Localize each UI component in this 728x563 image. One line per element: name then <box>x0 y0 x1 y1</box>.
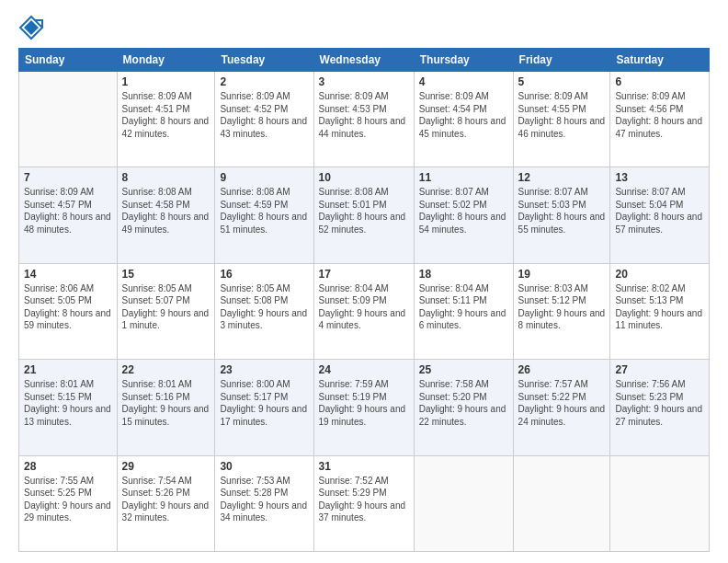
day-info: Sunrise: 8:09 AMSunset: 4:54 PMDaylight:… <box>419 90 508 140</box>
day-header-tuesday: Tuesday <box>215 49 313 72</box>
day-info: Sunrise: 7:57 AMSunset: 5:22 PMDaylight:… <box>518 378 606 428</box>
day-info: Sunrise: 8:04 AMSunset: 5:09 PMDaylight:… <box>319 282 409 332</box>
day-info: Sunrise: 8:09 AMSunset: 4:56 PMDaylight:… <box>615 90 704 140</box>
day-header-sunday: Sunday <box>19 49 118 72</box>
day-number: 13 <box>615 171 704 184</box>
day-cell <box>513 455 610 551</box>
day-cell: 3Sunrise: 8:09 AMSunset: 4:53 PMDaylight… <box>313 72 414 167</box>
day-cell: 14Sunrise: 8:06 AMSunset: 5:05 PMDayligh… <box>19 263 118 359</box>
day-number: 17 <box>319 268 409 281</box>
day-cell: 10Sunrise: 8:08 AMSunset: 5:01 PMDayligh… <box>313 167 414 263</box>
day-cell <box>19 72 118 167</box>
day-cell <box>414 455 513 551</box>
day-header-monday: Monday <box>117 49 215 72</box>
day-info: Sunrise: 7:56 AMSunset: 5:23 PMDaylight:… <box>615 378 704 428</box>
day-number: 1 <box>122 75 210 88</box>
day-cell: 24Sunrise: 7:59 AMSunset: 5:19 PMDayligh… <box>313 360 414 455</box>
day-info: Sunrise: 7:58 AMSunset: 5:20 PMDaylight:… <box>419 378 508 428</box>
day-info: Sunrise: 8:09 AMSunset: 4:51 PMDaylight:… <box>122 90 210 140</box>
day-cell: 19Sunrise: 8:03 AMSunset: 5:12 PMDayligh… <box>513 263 610 359</box>
day-cell: 1Sunrise: 8:09 AMSunset: 4:51 PMDaylight… <box>117 72 215 167</box>
day-cell: 7Sunrise: 8:09 AMSunset: 4:57 PMDaylight… <box>19 167 118 263</box>
day-info: Sunrise: 7:54 AMSunset: 5:26 PMDaylight:… <box>122 475 210 524</box>
day-cell: 8Sunrise: 8:08 AMSunset: 4:58 PMDaylight… <box>117 167 215 263</box>
day-cell: 27Sunrise: 7:56 AMSunset: 5:23 PMDayligh… <box>610 360 710 455</box>
day-number: 18 <box>419 268 508 281</box>
day-header-friday: Friday <box>513 49 610 72</box>
calendar-table: SundayMondayTuesdayWednesdayThursdayFrid… <box>18 48 710 552</box>
day-info: Sunrise: 8:04 AMSunset: 5:11 PMDaylight:… <box>419 282 508 332</box>
day-cell: 13Sunrise: 8:07 AMSunset: 5:04 PMDayligh… <box>610 167 710 263</box>
day-cell: 31Sunrise: 7:52 AMSunset: 5:29 PMDayligh… <box>313 455 414 551</box>
day-info: Sunrise: 8:07 AMSunset: 5:04 PMDaylight:… <box>615 186 704 236</box>
day-info: Sunrise: 7:59 AMSunset: 5:19 PMDaylight:… <box>319 378 409 428</box>
week-row-1: 1Sunrise: 8:09 AMSunset: 4:51 PMDaylight… <box>19 72 710 167</box>
day-info: Sunrise: 7:52 AMSunset: 5:29 PMDaylight:… <box>319 475 409 524</box>
day-number: 3 <box>319 75 409 88</box>
day-cell: 5Sunrise: 8:09 AMSunset: 4:55 PMDaylight… <box>513 72 610 167</box>
day-number: 16 <box>220 268 308 281</box>
day-number: 5 <box>518 75 606 88</box>
day-number: 24 <box>319 363 409 376</box>
day-cell: 18Sunrise: 8:04 AMSunset: 5:11 PMDayligh… <box>414 263 513 359</box>
day-number: 20 <box>615 268 704 281</box>
day-cell: 2Sunrise: 8:09 AMSunset: 4:52 PMDaylight… <box>215 72 313 167</box>
day-info: Sunrise: 8:05 AMSunset: 5:08 PMDaylight:… <box>220 282 308 332</box>
day-cell: 15Sunrise: 8:05 AMSunset: 5:07 PMDayligh… <box>117 263 215 359</box>
day-info: Sunrise: 8:08 AMSunset: 4:59 PMDaylight:… <box>220 186 308 236</box>
day-number: 9 <box>220 171 308 184</box>
day-info: Sunrise: 8:01 AMSunset: 5:15 PMDaylight:… <box>24 378 112 428</box>
week-row-4: 21Sunrise: 8:01 AMSunset: 5:15 PMDayligh… <box>19 360 710 455</box>
day-number: 12 <box>518 171 606 184</box>
day-info: Sunrise: 8:09 AMSunset: 4:53 PMDaylight:… <box>319 90 409 140</box>
day-cell: 21Sunrise: 8:01 AMSunset: 5:15 PMDayligh… <box>19 360 118 455</box>
day-info: Sunrise: 8:00 AMSunset: 5:17 PMDaylight:… <box>220 378 308 428</box>
day-cell <box>610 455 710 551</box>
day-number: 29 <box>122 460 210 473</box>
day-number: 30 <box>220 460 308 473</box>
day-info: Sunrise: 8:02 AMSunset: 5:13 PMDaylight:… <box>615 282 704 332</box>
day-info: Sunrise: 8:07 AMSunset: 5:03 PMDaylight:… <box>518 186 606 236</box>
day-header-saturday: Saturday <box>610 49 710 72</box>
day-cell: 22Sunrise: 8:01 AMSunset: 5:16 PMDayligh… <box>117 360 215 455</box>
day-number: 25 <box>419 363 508 376</box>
day-number: 23 <box>220 363 308 376</box>
day-number: 4 <box>419 75 508 88</box>
day-number: 11 <box>419 171 508 184</box>
day-number: 2 <box>220 75 308 88</box>
week-row-3: 14Sunrise: 8:06 AMSunset: 5:05 PMDayligh… <box>19 263 710 359</box>
header-row: SundayMondayTuesdayWednesdayThursdayFrid… <box>19 49 710 72</box>
day-number: 26 <box>518 363 606 376</box>
day-cell: 25Sunrise: 7:58 AMSunset: 5:20 PMDayligh… <box>414 360 513 455</box>
day-number: 6 <box>615 75 704 88</box>
day-info: Sunrise: 8:01 AMSunset: 5:16 PMDaylight:… <box>122 378 210 428</box>
day-number: 21 <box>24 363 112 376</box>
day-info: Sunrise: 8:05 AMSunset: 5:07 PMDaylight:… <box>122 282 210 332</box>
day-number: 31 <box>319 460 409 473</box>
day-cell: 4Sunrise: 8:09 AMSunset: 4:54 PMDaylight… <box>414 72 513 167</box>
week-row-2: 7Sunrise: 8:09 AMSunset: 4:57 PMDaylight… <box>19 167 710 263</box>
day-number: 7 <box>24 171 112 184</box>
day-cell: 6Sunrise: 8:09 AMSunset: 4:56 PMDaylight… <box>610 72 710 167</box>
day-cell: 16Sunrise: 8:05 AMSunset: 5:08 PMDayligh… <box>215 263 313 359</box>
day-info: Sunrise: 7:53 AMSunset: 5:28 PMDaylight:… <box>220 475 308 524</box>
day-info: Sunrise: 8:09 AMSunset: 4:55 PMDaylight:… <box>518 90 606 140</box>
day-cell: 23Sunrise: 8:00 AMSunset: 5:17 PMDayligh… <box>215 360 313 455</box>
day-cell: 29Sunrise: 7:54 AMSunset: 5:26 PMDayligh… <box>117 455 215 551</box>
logo-icon <box>18 15 44 40</box>
day-info: Sunrise: 8:08 AMSunset: 5:01 PMDaylight:… <box>319 186 409 236</box>
day-info: Sunrise: 8:03 AMSunset: 5:12 PMDaylight:… <box>518 282 606 332</box>
day-info: Sunrise: 8:09 AMSunset: 4:57 PMDaylight:… <box>24 186 112 236</box>
day-cell: 26Sunrise: 7:57 AMSunset: 5:22 PMDayligh… <box>513 360 610 455</box>
day-number: 8 <box>122 171 210 184</box>
day-info: Sunrise: 8:08 AMSunset: 4:58 PMDaylight:… <box>122 186 210 236</box>
week-row-5: 28Sunrise: 7:55 AMSunset: 5:25 PMDayligh… <box>19 455 710 551</box>
day-header-thursday: Thursday <box>414 49 513 72</box>
day-number: 14 <box>24 268 112 281</box>
day-number: 19 <box>518 268 606 281</box>
day-cell: 20Sunrise: 8:02 AMSunset: 5:13 PMDayligh… <box>610 263 710 359</box>
day-number: 10 <box>319 171 409 184</box>
day-cell: 17Sunrise: 8:04 AMSunset: 5:09 PMDayligh… <box>313 263 414 359</box>
day-cell: 12Sunrise: 8:07 AMSunset: 5:03 PMDayligh… <box>513 167 610 263</box>
day-number: 28 <box>24 460 112 473</box>
